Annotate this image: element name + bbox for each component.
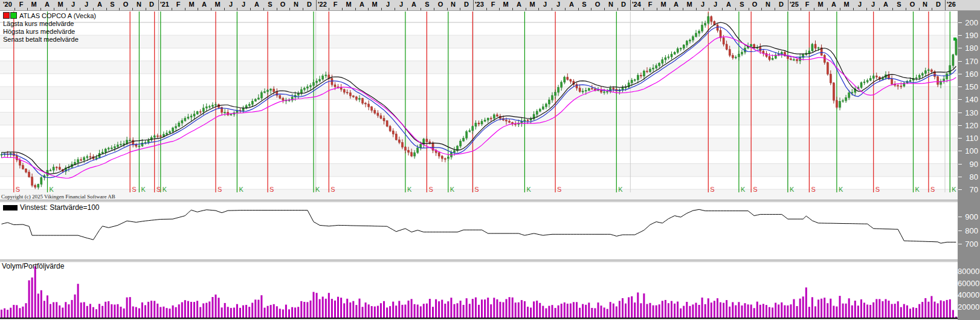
month-tick (250, 8, 251, 10)
signal-letter: K (526, 186, 531, 193)
signal-letter: K (407, 186, 412, 193)
vinstest-legend: Vinstest: Startvärde=100 (3, 203, 100, 212)
month-tick (512, 8, 513, 10)
month-tick (814, 8, 814, 10)
signal-letter: S (218, 186, 222, 193)
axis-tick-mark (958, 35, 962, 36)
month-label: S (425, 1, 429, 8)
month-tick (407, 8, 408, 10)
axis-tick-label: 40000' (958, 290, 978, 299)
month-label: D (149, 1, 154, 8)
month-tick (669, 8, 670, 10)
month-label: A (411, 1, 416, 8)
month-label: D (779, 1, 784, 8)
month-tick (879, 8, 880, 10)
signal-letter: S (330, 186, 335, 193)
month-label: A (254, 1, 259, 8)
month-label: S (740, 1, 744, 8)
copyright-text: Copyright (c) 2025 Vikingen Financial So… (1, 194, 115, 200)
panel-separator-2[interactable] (0, 260, 958, 263)
signal-letter: S (557, 186, 561, 193)
axis-tick-mark (958, 87, 962, 87)
signal-letter: K (141, 186, 146, 193)
axis-tick-mark (958, 217, 962, 217)
month-label: O (910, 1, 915, 8)
month-label: J (871, 1, 875, 8)
month-tick (761, 8, 762, 10)
month-label: J (386, 1, 390, 8)
signal-letter: K (952, 186, 956, 193)
legend-item-low-ma: Lägsta kurs medelvärde (3, 20, 96, 28)
month-label: D (936, 1, 941, 8)
month-label: F (491, 1, 495, 8)
axis-tick-mark (958, 164, 962, 165)
instrument-title: ATLAS COPCO A (Vecka) (19, 12, 96, 19)
vikingen-chart-window: SKSKSKSKSKSKSKSKSKSKSKSKSKSK '20FMAMJJAS… (0, 0, 980, 320)
month-label: F (19, 1, 24, 8)
signal-letter: S (710, 186, 714, 193)
year-separator (316, 0, 317, 10)
month-tick (40, 8, 41, 10)
axis-tick-mark (958, 125, 962, 126)
month-label: A (97, 1, 102, 8)
legend-item-last-ma: Senast betalt medelvärde (3, 36, 96, 44)
month-label: A (831, 1, 836, 8)
month-tick (93, 8, 94, 10)
month-label: M (686, 1, 692, 8)
month-tick (15, 8, 15, 10)
signal-letter: K (163, 186, 167, 193)
month-tick (696, 8, 697, 10)
chart-canvas[interactable]: SKSKSKSKSKSKSKSKSKSKSKSKSKSK (0, 0, 980, 320)
month-label: A (883, 1, 888, 8)
month-tick (892, 8, 893, 10)
vinstest-swatch-icon (3, 205, 18, 211)
month-label: M (503, 1, 508, 8)
month-label: J (85, 1, 88, 8)
month-label: J (556, 1, 560, 8)
month-label: A (45, 1, 50, 8)
month-label: N (608, 1, 613, 8)
signal-letter: K (450, 186, 455, 193)
axis-tick-mark (958, 177, 962, 177)
month-tick (146, 8, 146, 10)
month-label: F (176, 1, 181, 8)
value-axis-column: 2001901801701601501401301201101009080709… (958, 11, 980, 320)
year-label: '26 (947, 1, 956, 8)
month-tick (263, 8, 264, 10)
month-label: A (569, 1, 574, 8)
signal-letter: K (790, 186, 795, 193)
month-label: S (268, 1, 272, 8)
signal-letter: K (839, 186, 843, 193)
axis-tick-label: 20000' (958, 302, 978, 311)
legend-item-high-ma: Högsta kurs medelvärde (3, 28, 96, 36)
month-tick (775, 8, 775, 10)
month-tick (552, 8, 552, 10)
month-tick (526, 8, 526, 10)
month-tick (866, 8, 867, 10)
panel-separator-1[interactable] (0, 200, 958, 203)
month-label: O (123, 1, 129, 8)
axis-tick-mark (958, 151, 962, 151)
month-tick (617, 8, 618, 10)
month-label: O (595, 1, 601, 8)
axis-tick-mark (958, 48, 962, 48)
month-label: N (137, 1, 141, 8)
month-label: A (517, 1, 521, 8)
month-tick (395, 8, 395, 10)
year-separator (945, 0, 946, 10)
month-label: F (805, 1, 810, 8)
month-label: J (714, 1, 717, 8)
vinstest-label: Vinstest: Startvärde=100 (20, 203, 100, 212)
month-tick (421, 8, 421, 10)
year-label: '21 (160, 1, 169, 8)
month-tick (722, 8, 723, 10)
month-tick (289, 8, 290, 10)
month-label: D (307, 1, 312, 8)
month-tick (486, 8, 487, 10)
month-label: O (438, 1, 443, 8)
month-label: M (214, 1, 220, 8)
signal-letter: K (315, 186, 320, 193)
month-tick (749, 8, 749, 10)
month-tick (198, 8, 198, 10)
axis-tick-mark (958, 113, 962, 113)
